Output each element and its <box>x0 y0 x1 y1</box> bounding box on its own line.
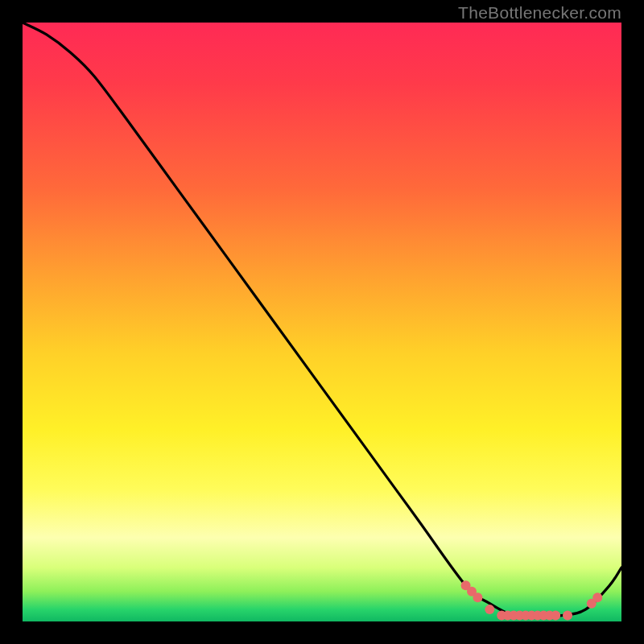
data-marker <box>563 611 572 621</box>
main-curve <box>23 23 621 617</box>
chart-frame: TheBottlenecker.com <box>0 0 644 644</box>
data-marker <box>485 605 494 614</box>
data-marker <box>473 592 482 602</box>
data-marker <box>551 611 560 621</box>
curve-svg <box>23 23 621 621</box>
watermark-text: TheBottlenecker.com <box>458 3 621 23</box>
plot-area <box>23 23 621 621</box>
data-marker <box>592 592 602 602</box>
